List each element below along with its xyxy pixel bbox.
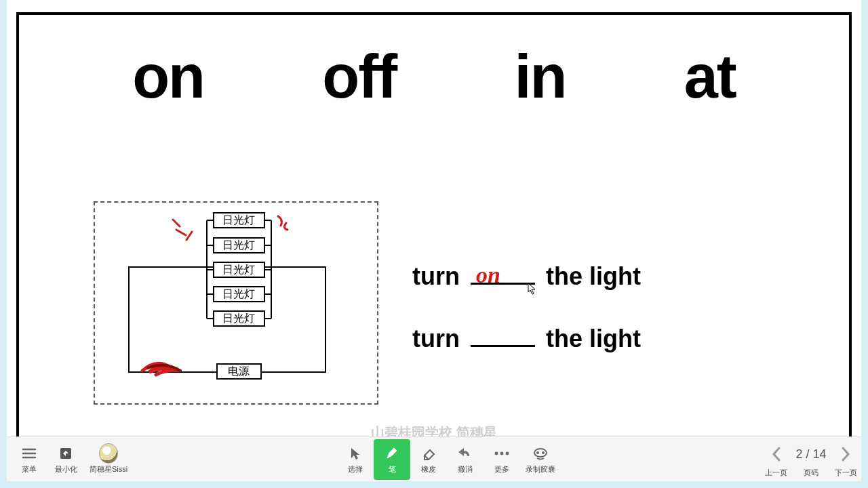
- svg-text:日光灯: 日光灯: [222, 239, 255, 251]
- minimize-button[interactable]: 最小化: [47, 439, 84, 480]
- app-stage: on off in at 日光灯 日光灯 日光灯 日光灯: [7, 0, 861, 481]
- circuit-diagram[interactable]: 日光灯 日光灯 日光灯 日光灯 日光灯 电源: [94, 201, 378, 405]
- minimize-icon: [56, 444, 75, 463]
- more-button[interactable]: 更多: [484, 439, 520, 480]
- sentence-text: turn: [412, 325, 460, 352]
- avatar-icon: [99, 444, 118, 463]
- sentence-2: turn the light: [412, 325, 641, 353]
- toolbar-center-group: 选择 笔 橡皮 撤消: [133, 437, 765, 481]
- page-label: 页码: [804, 468, 818, 478]
- word-option: off: [322, 42, 396, 112]
- svg-text:日光灯: 日光灯: [222, 288, 255, 300]
- blank-1[interactable]: on: [471, 283, 535, 285]
- pointer-icon: [346, 444, 365, 463]
- circuit-svg: 日光灯 日光灯 日光灯 日光灯 日光灯 电源: [95, 203, 380, 406]
- record-icon: [531, 444, 550, 463]
- pen-tool-button[interactable]: 笔: [374, 439, 410, 480]
- pen-icon: [382, 444, 401, 463]
- svg-point-26: [495, 452, 498, 455]
- svg-point-31: [542, 451, 545, 454]
- svg-point-27: [500, 452, 504, 455]
- fill-blank-sentences: turn on the light turn the light: [412, 262, 641, 387]
- user-button[interactable]: 简穗星Sissi: [84, 439, 133, 480]
- toolbar-left-group: 菜单 最小化 简穗星Sissi: [7, 437, 133, 481]
- undo-button[interactable]: 撤消: [447, 439, 484, 480]
- undo-icon: [456, 444, 475, 463]
- menu-button[interactable]: 菜单: [11, 439, 47, 480]
- svg-text:日光灯: 日光灯: [222, 312, 255, 324]
- svg-text:日光灯: 日光灯: [222, 264, 255, 275]
- eraser-icon: [419, 444, 438, 463]
- page-indicator[interactable]: 2 / 14: [791, 447, 831, 462]
- sentence-text: the light: [546, 325, 641, 352]
- word-bank: on off in at: [19, 42, 849, 112]
- svg-text:电源: 电源: [228, 365, 250, 377]
- prev-page-button[interactable]: [765, 441, 788, 468]
- svg-point-29: [534, 449, 547, 457]
- select-tool-button[interactable]: 选择: [337, 439, 374, 480]
- svg-point-30: [536, 451, 539, 454]
- blank-2[interactable]: [471, 345, 535, 347]
- prev-label: 上一页: [765, 468, 787, 478]
- record-button[interactable]: 录制胶囊: [520, 439, 561, 480]
- bottom-toolbar: 菜单 最小化 简穗星Sissi 选择: [7, 436, 861, 481]
- next-page-button[interactable]: [834, 441, 857, 468]
- sentence-text: the light: [546, 262, 641, 290]
- svg-text:日光灯: 日光灯: [222, 214, 255, 226]
- word-option: on: [132, 42, 204, 112]
- sentence-text: turn: [412, 262, 460, 290]
- page-navigator: 2 / 14: [765, 441, 857, 468]
- more-icon: [492, 444, 511, 463]
- eraser-tool-button[interactable]: 橡皮: [410, 439, 447, 480]
- word-option: in: [515, 42, 566, 112]
- sentence-1: turn on the light: [412, 262, 641, 291]
- word-option: at: [684, 42, 736, 112]
- toolbar-right-group: 2 / 14 上一页 页码 下一页: [765, 437, 861, 481]
- next-label: 下一页: [835, 468, 857, 478]
- handwritten-answer: on: [476, 262, 500, 288]
- svg-point-28: [506, 452, 509, 455]
- slide-canvas[interactable]: on off in at 日光灯 日光灯 日光灯 日光灯: [16, 12, 852, 447]
- hamburger-icon: [20, 444, 39, 463]
